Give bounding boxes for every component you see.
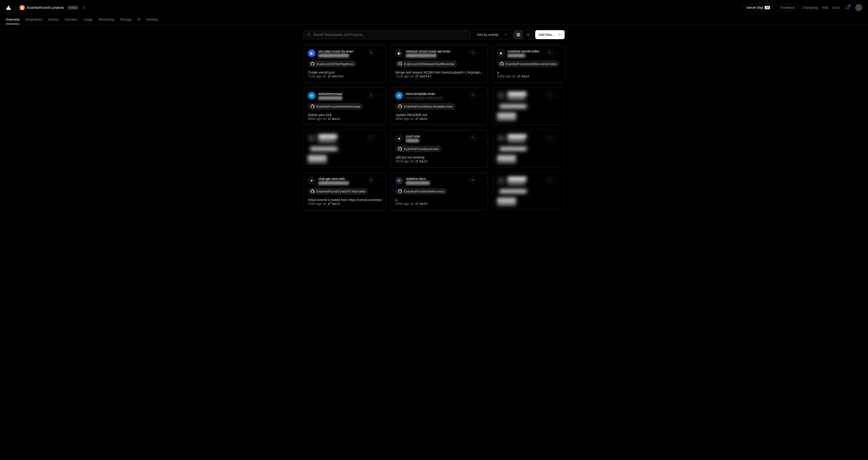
- project-url[interactable]: hexo-template.ohevan.com: [406, 96, 467, 100]
- vercel-logo-icon[interactable]: [6, 5, 11, 10]
- svg-rect-4: [519, 35, 520, 36]
- tab-integrations[interactable]: Integrations: [25, 15, 42, 24]
- more-button[interactable]: ⋯: [478, 136, 484, 139]
- project-url[interactable]: ██████████████: [318, 181, 365, 185]
- repo-link[interactable]: EvanNotFound/websitehexoaaa: [308, 103, 363, 110]
- project-card[interactable]: ⊜onedrive-vercel-index████████⋯EvanNotFo…: [493, 45, 565, 83]
- chevron-down-icon: [558, 33, 561, 36]
- svg-point-30: [330, 202, 331, 203]
- commit-message: Create vercel.json: [308, 70, 381, 74]
- help-link[interactable]: Help: [822, 6, 829, 9]
- project-card[interactable]: ✦chat-gpt-next-web██████████████⋯EvanNot…: [303, 172, 386, 210]
- project-url[interactable]: ██████████████: [318, 54, 365, 57]
- activity-button[interactable]: [470, 177, 476, 184]
- project-card[interactable]: ████████████████⋯███████████████████████…: [493, 130, 565, 168]
- card-header: Rredefine-docs███████████⋯: [395, 177, 483, 185]
- project-card[interactable]: ████████████████⋯███████████████████████…: [493, 87, 565, 125]
- content: Sort by activity Add New... ▶yes-play-mu…: [300, 25, 568, 216]
- svg-point-33: [417, 202, 418, 203]
- svg-point-19: [517, 77, 518, 77]
- notifications-button[interactable]: [844, 4, 851, 11]
- repo-link[interactable]: EvanLuo233/NeteaseCloudMusicApi: [395, 61, 457, 67]
- project-card[interactable]: ◐netease-cloud-music-api-evan███████████…: [391, 45, 488, 83]
- docs-link[interactable]: Docs: [832, 6, 840, 9]
- more-button[interactable]: ⋯: [376, 93, 381, 97]
- search-input-wrapper[interactable]: [303, 30, 471, 39]
- tab-monitoring[interactable]: Monitoring: [99, 15, 114, 24]
- tab-storage[interactable]: Storage: [120, 15, 132, 24]
- more-button[interactable]: ⋯: [478, 51, 484, 55]
- sort-dropdown[interactable]: Sort by activity: [473, 30, 511, 39]
- project-card[interactable]: ▶yes-play-music-by-evan██████████████⋯Ev…: [303, 45, 386, 83]
- repo-link[interactable]: EvanNotFound/onedrive-vercel-index: [497, 61, 560, 67]
- commit-age: 405d ago on: [395, 117, 414, 121]
- project-card[interactable]: Rredefine-docs███████████⋯EvanNotFound/r…: [391, 172, 488, 210]
- project-card[interactable]: Hwebsitehexoaaa███████████⋯EvanNotFound/…: [303, 87, 386, 125]
- github-icon: [398, 62, 402, 66]
- project-card[interactable]: ████████████████⋯███████████████████████…: [493, 172, 565, 210]
- commit-info: Update README.md405d ago on main: [395, 113, 483, 121]
- repo-name: EvanNotFound/ChatGPT-Next-Web: [316, 190, 365, 193]
- team-selector[interactable]: ◉ EvanNotFound's projects Hobby ⇅: [20, 5, 86, 10]
- branch-name: master: [415, 74, 432, 78]
- chevron-updown-icon[interactable]: ⇅: [83, 6, 85, 9]
- changelog-link[interactable]: Changelog: [802, 6, 818, 9]
- feedback-button[interactable]: Feedback: [777, 4, 798, 11]
- more-button[interactable]: ⋯: [478, 178, 484, 182]
- user-avatar[interactable]: [855, 4, 862, 11]
- search-input[interactable]: [313, 33, 467, 37]
- activity-button[interactable]: [368, 92, 374, 99]
- list-view-button[interactable]: [523, 30, 533, 39]
- project-info: onedrive-vercel-index████████: [508, 50, 544, 57]
- project-url[interactable]: ███████████: [406, 181, 467, 185]
- add-new-button[interactable]: Add New...: [535, 30, 565, 39]
- tab-activity[interactable]: Activity: [49, 15, 59, 24]
- svg-point-18: [519, 75, 520, 76]
- repo-link[interactable]: EvanLuo233/YesPlayMusic: [308, 61, 356, 67]
- svg-point-24: [417, 118, 418, 119]
- commit-message: a: [497, 70, 560, 74]
- svg-point-25: [416, 119, 417, 120]
- more-button[interactable]: ⋯: [555, 51, 560, 55]
- activity-button[interactable]: [470, 92, 476, 99]
- svg-rect-3: [517, 35, 518, 36]
- repo-link[interactable]: EvanNotFound/redefine-docs: [395, 188, 447, 195]
- card-actions: ⋯: [546, 50, 560, 56]
- repo-link[interactable]: EvanNotFound/hexo-template-evan: [395, 103, 455, 110]
- commit-message: a: [395, 198, 483, 202]
- commit-info: Create vercel.json712d ago on master: [308, 70, 381, 78]
- project-card[interactable]: ████████████████⋯███████████████████████…: [303, 130, 386, 168]
- project-url[interactable]: ███████████: [318, 96, 365, 100]
- project-url[interactable]: ██████: [406, 139, 467, 142]
- repo-link[interactable]: EvanNotFound/jcsuf-next: [395, 145, 441, 152]
- project-info: redefine-docs███████████: [406, 177, 467, 185]
- activity-button[interactable]: [368, 50, 374, 56]
- commit-message: utf8 but not working: [395, 156, 483, 159]
- project-name: netease-cloud-music-api-evan: [406, 50, 467, 53]
- svg-point-0: [307, 33, 310, 36]
- activity-button[interactable]: [368, 177, 374, 184]
- commit-message: Delete yarn.lock: [308, 113, 381, 117]
- tab-settings[interactable]: Settings: [146, 15, 158, 24]
- activity-button[interactable]: [470, 50, 476, 56]
- vercel-ship-button[interactable]: Vercel Ship 24: [743, 4, 773, 11]
- grid-view-button[interactable]: [514, 30, 523, 39]
- more-button[interactable]: ⋯: [376, 51, 381, 55]
- card-actions: ⋯: [470, 50, 484, 56]
- repo-link[interactable]: EvanNotFound/ChatGPT-Next-Web: [308, 188, 368, 195]
- activity-button[interactable]: [546, 50, 553, 56]
- svg-point-22: [328, 119, 329, 120]
- activity-button[interactable]: [470, 134, 476, 141]
- more-button[interactable]: ⋯: [478, 93, 484, 97]
- project-url[interactable]: ██████████████: [406, 54, 467, 57]
- plan-badge: Hobby: [67, 6, 79, 9]
- project-url[interactable]: ████████: [508, 54, 544, 57]
- project-card[interactable]: Hhexo-template-evanhexo-template.ohevan.…: [391, 87, 488, 125]
- repo-name: EvanNotFound/hexo-template-evan: [404, 105, 453, 108]
- tab-overview[interactable]: Overview: [6, 15, 20, 24]
- more-button[interactable]: ⋯: [376, 178, 381, 182]
- tab-ai[interactable]: AI: [137, 15, 141, 24]
- tab-domains[interactable]: Domains: [65, 15, 78, 24]
- project-card[interactable]: ▲jcsuf-next██████⋯EvanNotFound/jcsuf-nex…: [391, 130, 488, 168]
- tab-usage[interactable]: Usage: [83, 15, 93, 24]
